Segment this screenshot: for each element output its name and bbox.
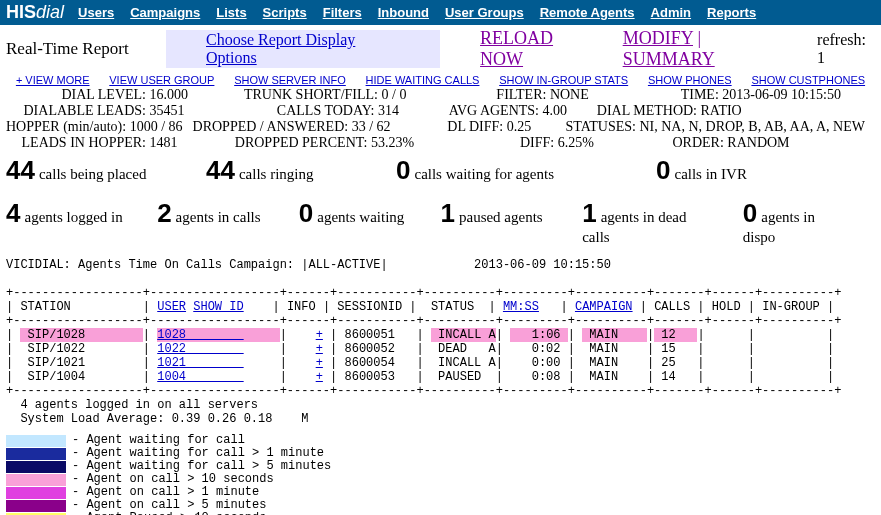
linkbar-show-phones[interactable]: SHOW PHONES bbox=[648, 74, 732, 86]
nav-campaigns[interactable]: Campaigns bbox=[130, 5, 200, 20]
nav-links: UsersCampaignsListsScriptsFiltersInbound… bbox=[78, 5, 756, 20]
show-id-link[interactable]: SHOW ID bbox=[193, 300, 243, 314]
count-number: 0 bbox=[743, 198, 757, 228]
stat-label: DIAL LEVEL: bbox=[6, 87, 146, 103]
logo: HISdial bbox=[6, 2, 64, 23]
count-label: agents logged in bbox=[24, 209, 122, 225]
count-label: calls in IVR bbox=[674, 166, 747, 182]
linkbar--view-more[interactable]: + VIEW MORE bbox=[16, 74, 90, 86]
nav-users[interactable]: Users bbox=[78, 5, 114, 20]
linkbar-show-in-group-stats[interactable]: SHOW IN-GROUP STATS bbox=[499, 74, 628, 86]
user-link[interactable]: 1021 bbox=[157, 356, 243, 370]
count-label: calls being placed bbox=[39, 166, 146, 182]
stat-value: 2013-06-09 10:15:50 bbox=[719, 87, 851, 103]
count-label: agents waiting bbox=[317, 209, 404, 225]
stat-label: DIAL METHOD: bbox=[577, 103, 697, 119]
count-item: 0calls waiting for agents bbox=[396, 155, 656, 186]
linkbar-show-server-info[interactable]: SHOW SERVER INFO bbox=[234, 74, 346, 86]
info-plus-link[interactable]: + bbox=[316, 356, 323, 370]
nav-admin[interactable]: Admin bbox=[651, 5, 691, 20]
legend-swatch bbox=[6, 448, 66, 460]
legend-swatch bbox=[6, 487, 66, 499]
stat-value: 1481 bbox=[146, 135, 188, 151]
count-item: 44calls ringing bbox=[206, 155, 396, 186]
linkbar-show-custphones[interactable]: SHOW CUSTPHONES bbox=[751, 74, 865, 86]
stat-value: 0 / 0 bbox=[378, 87, 416, 103]
info-plus-link[interactable]: + bbox=[316, 370, 323, 384]
link-bar: + VIEW MOREVIEW USER GROUPSHOW SERVER IN… bbox=[0, 73, 881, 87]
count-item: 44calls being placed bbox=[6, 155, 206, 186]
nav-remote-agents[interactable]: Remote Agents bbox=[540, 5, 635, 20]
count-item: 1agents in dead calls bbox=[582, 198, 743, 246]
count-item: 0agents in dispo bbox=[743, 198, 875, 246]
refresh-label: refresh: 1 bbox=[817, 31, 875, 67]
navbar: HISdial UsersCampaignsListsScriptsFilter… bbox=[0, 0, 881, 25]
count-label: calls ringing bbox=[239, 166, 314, 182]
linkbar-view-user-group[interactable]: VIEW USER GROUP bbox=[109, 74, 214, 86]
stat-label: STATUSES: bbox=[541, 119, 636, 135]
count-number: 2 bbox=[157, 198, 171, 228]
user-link[interactable]: 1022 bbox=[157, 342, 243, 356]
info-plus-link[interactable]: + bbox=[316, 342, 323, 356]
stat-label: DROPPED PERCENT: bbox=[188, 135, 368, 151]
modify-link[interactable]: MODIFY bbox=[623, 28, 693, 48]
sort-mmss-link[interactable]: MM:SS bbox=[503, 300, 539, 314]
page-title: Real-Time Report bbox=[6, 39, 166, 59]
count-number: 1 bbox=[582, 198, 596, 228]
info-plus-link[interactable]: + bbox=[316, 328, 323, 342]
count-number: 44 bbox=[6, 155, 35, 185]
stat-value: 35451 bbox=[146, 103, 195, 119]
stat-value: 4.00 bbox=[539, 103, 577, 119]
reload-now-link[interactable]: RELOAD NOW bbox=[480, 28, 595, 70]
nav-user-groups[interactable]: User Groups bbox=[445, 5, 524, 20]
legend: - Agent waiting for call- Agent waiting … bbox=[0, 430, 881, 515]
summary-link[interactable]: SUMMARY bbox=[623, 49, 715, 69]
linkbar-hide-waiting-calls[interactable]: HIDE WAITING CALLS bbox=[366, 74, 480, 86]
count-label: agents in calls bbox=[176, 209, 261, 225]
user-link[interactable]: 1004 bbox=[157, 370, 243, 384]
toolbar-row: Real-Time Report Choose Report Display O… bbox=[0, 25, 881, 73]
stat-value: NONE bbox=[546, 87, 598, 103]
sort-campaign-link[interactable]: CAMPAIGN bbox=[575, 300, 633, 314]
count-label: paused agents bbox=[459, 209, 543, 225]
count-number: 1 bbox=[441, 198, 455, 228]
legend-swatch bbox=[6, 435, 66, 447]
nav-lists[interactable]: Lists bbox=[216, 5, 246, 20]
modify-summary: MODIFY | SUMMARY bbox=[623, 28, 789, 70]
stat-value: 53.23% bbox=[368, 135, 425, 151]
agents-table: VICIDIAL: Agents Time On Calls Campaign:… bbox=[0, 254, 881, 430]
count-label: agents in dead calls bbox=[582, 209, 686, 245]
count-number: 4 bbox=[6, 198, 20, 228]
call-counts-row: 44calls being placed44calls ringing0call… bbox=[0, 151, 881, 186]
stat-label: DIFF: bbox=[424, 135, 554, 151]
count-item: 0calls in IVR bbox=[656, 155, 816, 186]
user-link[interactable]: 1028 bbox=[157, 328, 243, 342]
stat-label: LEADS IN HOPPER: bbox=[6, 135, 146, 151]
stat-label: AVG AGENTS: bbox=[409, 103, 539, 119]
nav-scripts[interactable]: Scripts bbox=[263, 5, 307, 20]
stat-label: CALLS TODAY: bbox=[195, 103, 375, 119]
stat-label: DL DIFF: bbox=[401, 119, 504, 135]
nav-inbound[interactable]: Inbound bbox=[378, 5, 429, 20]
stat-value: 0.25 bbox=[503, 119, 541, 135]
stat-label: TIME: bbox=[599, 87, 719, 103]
legend-swatch bbox=[6, 474, 66, 486]
stat-label: TRUNK SHORT/FILL: bbox=[198, 87, 378, 103]
choose-report-options-link[interactable]: Choose Report Display Options bbox=[166, 30, 440, 68]
count-item: 1paused agents bbox=[441, 198, 583, 229]
stat-value: 33 / 62 bbox=[348, 119, 400, 135]
stats-grid: DIAL LEVEL: 16.000TRUNK SHORT/FILL: 0 / … bbox=[0, 87, 881, 151]
count-number: 0 bbox=[656, 155, 670, 185]
nav-reports[interactable]: Reports bbox=[707, 5, 756, 20]
sort-user-link[interactable]: USER bbox=[157, 300, 186, 314]
stat-label: HOPPER (min/auto): bbox=[6, 119, 126, 135]
stat-label: FILTER: bbox=[416, 87, 546, 103]
count-number: 44 bbox=[206, 155, 235, 185]
count-item: 4agents logged in bbox=[6, 198, 157, 229]
stat-label: DROPPED / ANSWERED: bbox=[193, 119, 349, 135]
count-number: 0 bbox=[299, 198, 313, 228]
count-number: 0 bbox=[396, 155, 410, 185]
nav-filters[interactable]: Filters bbox=[323, 5, 362, 20]
stat-label: ORDER: bbox=[604, 135, 724, 151]
count-item: 0agents waiting bbox=[299, 198, 441, 229]
